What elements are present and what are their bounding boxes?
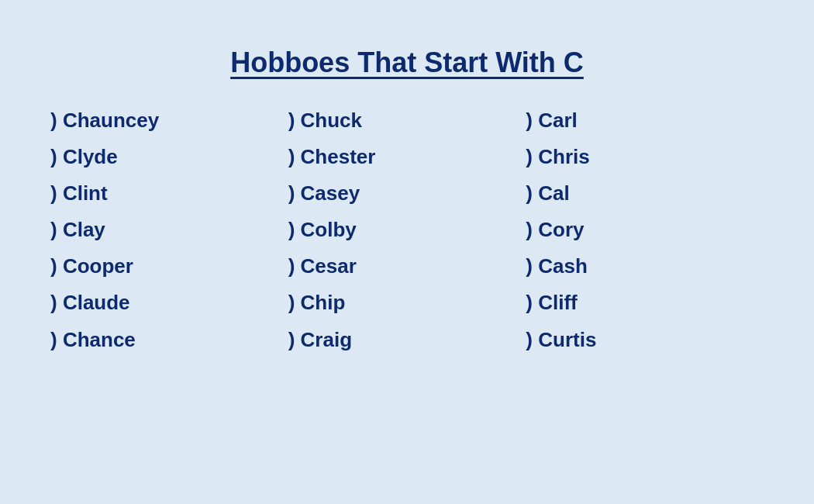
name-item-col1-2: Clint [50,175,288,212]
page-title: Hobboes That Start With C [50,47,764,79]
name-item-col3-0: Carl [526,102,764,139]
title-section: Hobboes That Start With C [50,47,764,79]
name-column-2: ChuckChesterCaseyColbyCesarChipCraig [288,102,526,358]
name-item-col2-1: Chester [288,139,526,175]
names-grid: ChaunceyClydeClintClayCooperClaudeChance… [50,102,764,358]
page-container: Hobboes That Start With C ChaunceyClydeC… [0,0,814,504]
name-item-col2-2: Casey [288,175,526,212]
name-item-col3-2: Cal [526,175,764,212]
name-item-col3-4: Cash [526,248,764,285]
name-item-col2-4: Cesar [288,248,526,285]
name-item-col1-3: Clay [50,212,288,248]
name-item-col1-0: Chauncey [50,102,288,139]
name-item-col3-1: Chris [526,139,764,175]
name-item-col3-6: Curtis [526,322,764,358]
name-item-col1-5: Claude [50,285,288,321]
name-item-col2-6: Craig [288,322,526,358]
name-item-col1-6: Chance [50,322,288,358]
name-column-1: ChaunceyClydeClintClayCooperClaudeChance [50,102,288,358]
name-item-col2-5: Chip [288,285,526,321]
name-item-col3-5: Cliff [526,285,764,321]
name-item-col2-0: Chuck [288,102,526,139]
name-item-col1-1: Clyde [50,139,288,175]
name-item-col3-3: Cory [526,212,764,248]
name-item-col1-4: Cooper [50,248,288,285]
name-item-col2-3: Colby [288,212,526,248]
name-column-3: CarlChrisCalCoryCashCliffCurtis [526,102,764,358]
